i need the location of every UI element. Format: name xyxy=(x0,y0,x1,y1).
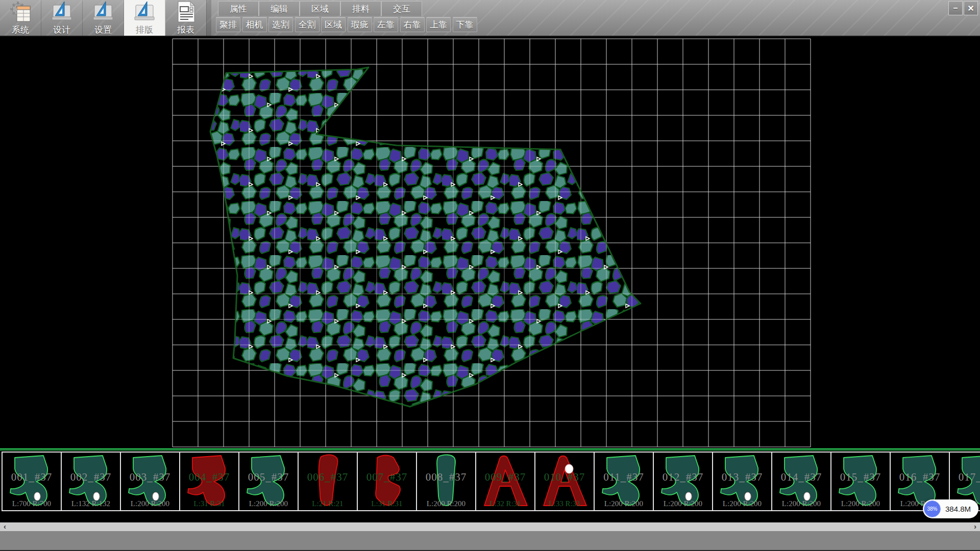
memory-size-label: 384.8M xyxy=(941,505,978,513)
report-button[interactable]: 报表 xyxy=(165,0,207,36)
piece-thumbnail-004_#37[interactable]: 004_#37L:31 R:31 xyxy=(179,452,239,511)
piece-thumbnail-008_#37[interactable]: 008_#37L:200 R:200 xyxy=(416,452,476,511)
piece-thumbnail-007_#37[interactable]: 007_#37L:31 R:31 xyxy=(357,452,417,511)
design-ruler-icon xyxy=(50,0,74,23)
piece-thumbnail-006_#37[interactable]: 006_#37L:21 R:21 xyxy=(298,452,358,511)
nesting-ruler-icon xyxy=(133,0,156,23)
piece-shape xyxy=(422,454,471,511)
piece-thumbnail-013_#37[interactable]: 013_#37L:200 R:200 xyxy=(712,452,772,511)
bottom-bar xyxy=(0,531,980,551)
memory-percent-badge: 38% xyxy=(924,500,941,517)
piece-shape xyxy=(363,454,412,511)
menu-tabs: 属性编辑区域排料交互 xyxy=(218,1,422,16)
toolbar-divider xyxy=(206,0,211,36)
tool-button-1[interactable]: 相机 xyxy=(242,17,267,32)
menu-tab-3[interactable]: 排料 xyxy=(340,1,381,16)
horizontal-scrollbar[interactable]: ‹ › xyxy=(0,522,980,531)
close-button[interactable]: ✕ xyxy=(964,1,978,15)
piece-shape xyxy=(837,454,886,511)
nesting-button[interactable]: 排版 xyxy=(124,0,165,36)
system-gear-icon xyxy=(9,0,32,23)
system-button[interactable]: 系统 xyxy=(0,0,41,36)
tool-button-3[interactable]: 全割 xyxy=(295,17,320,32)
tool-button-0[interactable]: 聚排 xyxy=(216,17,240,32)
tool-button-4[interactable]: 区域 xyxy=(321,17,346,32)
settings-button[interactable]: 设置 xyxy=(83,0,124,36)
system-button-label: 系统 xyxy=(12,24,29,36)
piece-shape xyxy=(8,454,57,511)
piece-thumbnail-015_#37[interactable]: 015_#37L:200 R:200 xyxy=(830,452,891,511)
tool-button-9[interactable]: 下靠 xyxy=(453,17,477,32)
tool-button-5[interactable]: 瑕疵 xyxy=(348,17,372,32)
piece-thumbnail-001_#37[interactable]: 001_#37L:700 R:700 xyxy=(2,452,62,511)
piece-thumbnail-005_#37[interactable]: 005_#37L:200 R:200 xyxy=(238,452,299,511)
piece-shape xyxy=(718,454,767,511)
minimize-button[interactable]: – xyxy=(948,1,963,15)
piece-shape xyxy=(244,454,293,511)
titlebar: 系统 设计 设置 xyxy=(0,0,980,37)
piece-thumbnail-009_#37[interactable]: 009_#37L:32 R:31 xyxy=(475,452,535,511)
report-document-icon xyxy=(174,0,198,23)
settings-ruler-icon xyxy=(91,0,115,23)
close-icon: ✕ xyxy=(967,4,974,13)
piece-shape xyxy=(185,454,234,511)
menu-tab-0[interactable]: 属性 xyxy=(218,1,259,16)
scroll-right-icon[interactable]: › xyxy=(971,522,979,531)
tool-button-8[interactable]: 上靠 xyxy=(426,17,451,32)
memory-status-badge: 38% 384.8M xyxy=(923,499,978,518)
piece-thumbnail-014_#37[interactable]: 014_#37L:200 R:200 xyxy=(771,452,831,511)
piece-shape xyxy=(481,454,530,511)
piece-shape xyxy=(541,454,590,511)
piece-thumbnail-002_#37[interactable]: 002_#37L:132 R:132 xyxy=(61,452,121,511)
piece-filmstrip: 001_#37L:700 R:700002_#37L:132 R:132003_… xyxy=(2,452,980,511)
piece-shape xyxy=(659,454,708,511)
menu-tab-2[interactable]: 区域 xyxy=(300,1,340,16)
scroll-left-icon[interactable]: ‹ xyxy=(1,522,9,531)
tool-button-2[interactable]: 选割 xyxy=(268,17,293,32)
report-button-label: 报表 xyxy=(177,24,194,36)
tool-buttons: 聚排相机选割全割区域瑕疵左靠右靠上靠下靠 xyxy=(216,17,479,32)
nesting-canvas[interactable] xyxy=(0,37,980,448)
nesting-button-label: 排版 xyxy=(136,24,153,36)
main-toolbar: 系统 设计 设置 xyxy=(0,0,207,36)
piece-thumbnail-011_#37[interactable]: 011_#37L:200 R:200 xyxy=(594,452,654,511)
piece-thumbnail-003_#37[interactable]: 003_#37L:200 R:200 xyxy=(120,452,180,511)
window-controls: – ✕ xyxy=(948,1,978,15)
strip-top-line xyxy=(0,448,980,449)
design-button[interactable]: 设计 xyxy=(41,0,83,36)
piece-shape xyxy=(777,454,826,511)
strip-top-line-2 xyxy=(0,450,980,450)
piece-thumbnail-010_#37[interactable]: 010_#37L:33 R:33 xyxy=(534,452,595,511)
minimize-icon: – xyxy=(953,4,958,13)
tool-button-7[interactable]: 右靠 xyxy=(400,17,425,32)
design-button-label: 设计 xyxy=(53,24,70,36)
menu-tab-4[interactable]: 交互 xyxy=(381,1,422,16)
app-window: 系统 设计 设置 xyxy=(0,0,980,551)
piece-shape xyxy=(304,454,353,511)
piece-shape xyxy=(67,454,116,511)
tool-button-6[interactable]: 左靠 xyxy=(374,17,398,32)
piece-shape xyxy=(126,454,175,511)
piece-thumbnail-012_#37[interactable]: 012_#37L:200 R:200 xyxy=(653,452,713,511)
nesting-drawing xyxy=(0,37,980,448)
menu-tab-1[interactable]: 编辑 xyxy=(259,1,300,16)
settings-button-label: 设置 xyxy=(94,24,112,36)
piece-shape xyxy=(600,454,649,511)
